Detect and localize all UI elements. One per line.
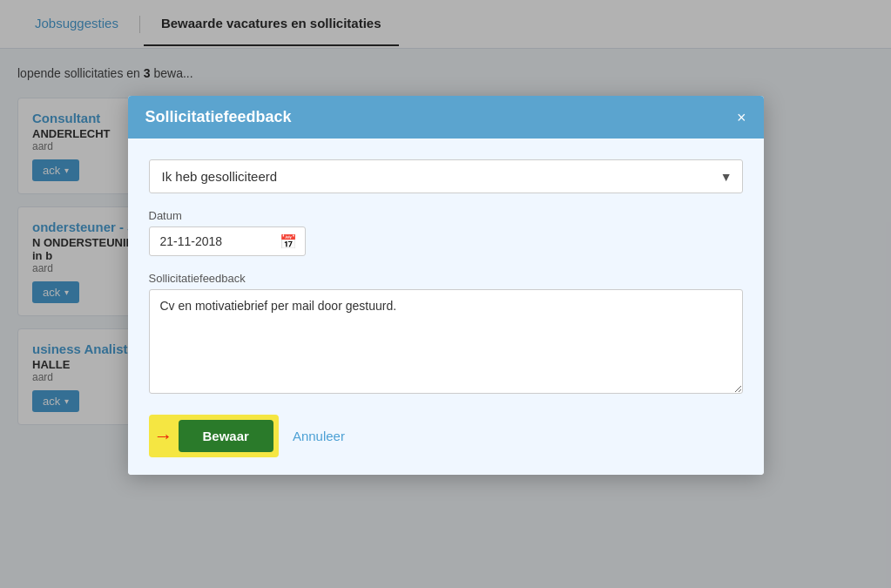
modal-body: Ik heb gesolliciteerd Ik heb een reactie…: [128, 139, 764, 475]
modal-title: Sollicitatiefeedback: [145, 108, 292, 126]
sollicitatiefeedback-modal: Sollicitatiefeedback × Ik heb gesollicit…: [128, 96, 764, 475]
modal-overlay: Sollicitatiefeedback × Ik heb gesollicit…: [0, 0, 891, 588]
modal-actions: → Bewaar Annuleer: [149, 415, 743, 457]
status-select-wrapper: Ik heb gesolliciteerd Ik heb een reactie…: [149, 159, 743, 193]
modal-close-button[interactable]: ×: [737, 110, 746, 125]
feedback-textarea[interactable]: Cv en motivatiebrief per mail door gestu…: [149, 289, 743, 394]
feedback-label: Sollicitatiefeedback: [149, 272, 743, 285]
datum-input[interactable]: [149, 226, 306, 256]
status-select[interactable]: Ik heb gesolliciteerd Ik heb een reactie…: [149, 159, 743, 193]
arrow-right-icon: →: [154, 427, 173, 446]
bewaar-highlight-box: → Bewaar: [149, 415, 279, 457]
datum-label: Datum: [149, 209, 743, 222]
annuleer-button[interactable]: Annuleer: [293, 429, 345, 443]
modal-header: Sollicitatiefeedback ×: [128, 96, 764, 139]
date-wrapper: 📅: [149, 226, 306, 256]
bewaar-button[interactable]: Bewaar: [179, 420, 273, 452]
